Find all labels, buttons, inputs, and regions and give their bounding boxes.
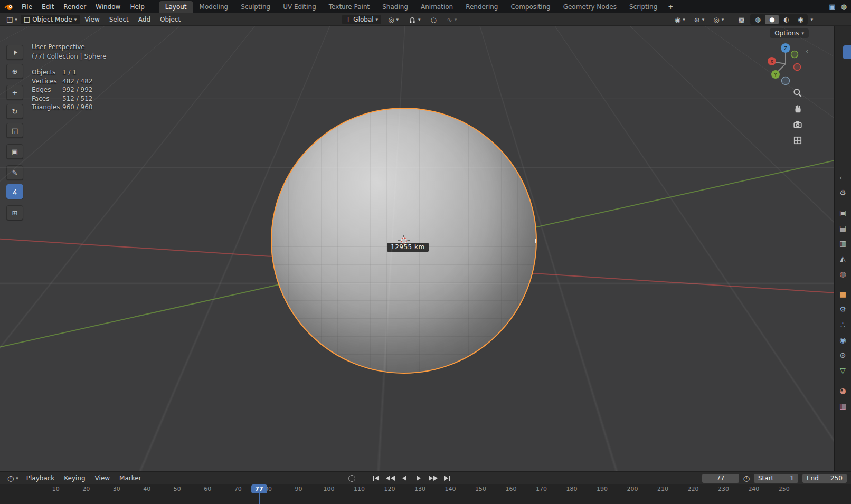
tool-scale[interactable]: ◱: [6, 123, 23, 138]
properties-tab-strip: ‹ ⚙ ▣ ▤ ▥ ◭ ◍ ■ ⚙ ∴ ◉ ⊛: [834, 26, 851, 471]
properties-expand-chevron[interactable]: ‹: [839, 174, 842, 182]
topbar-menu-item[interactable]: Edit: [37, 2, 59, 12]
xray-toggle[interactable]: ▩: [735, 15, 748, 24]
topbar-menu-item[interactable]: File: [17, 2, 37, 12]
3d-viewport[interactable]: 12955 km User Perspective (77) Collectio…: [0, 26, 834, 471]
ruler-frame-label: 100: [314, 486, 344, 492]
end-frame-field[interactable]: End 250: [802, 474, 847, 483]
tool-rotate[interactable]: ↻: [6, 104, 23, 119]
stat-row: Objects 1 / 1: [32, 68, 92, 77]
ruler-frame-label: 10: [41, 486, 71, 492]
props-tab-scene[interactable]: ◭: [840, 254, 846, 263]
workspace-tab[interactable]: UV Editing: [277, 1, 323, 13]
playhead-line[interactable]: [259, 493, 260, 504]
tool-cursor[interactable]: ⊕: [6, 64, 23, 79]
viewport-nav-icons: [793, 88, 802, 145]
props-tab-constraints[interactable]: ⊛: [840, 351, 846, 359]
props-tab-particles[interactable]: ∴: [840, 320, 845, 329]
timeline-menu-item[interactable]: Playback: [22, 473, 60, 483]
object-type-visibility-dropdown[interactable]: ◉ ▾: [672, 15, 688, 24]
scene-icon[interactable]: ▣: [829, 3, 835, 10]
navigation-gizmo[interactable]: Z X Y: [764, 41, 807, 87]
timeline-editor-type-button[interactable]: ◷ ▾: [4, 473, 22, 483]
toolbar: ➤ ⊕ + ↻ ◱ ▣: [6, 45, 22, 220]
props-tab-physics[interactable]: ◉: [839, 336, 846, 344]
props-tab-output[interactable]: ▤: [839, 224, 846, 232]
workspace-tab[interactable]: Animation: [414, 1, 459, 13]
preview-range-icon[interactable]: ◷: [743, 474, 750, 482]
workspace-tab[interactable]: Scripting: [623, 1, 664, 13]
viewport-menu-item[interactable]: View: [80, 14, 104, 25]
workspace-tab[interactable]: Geometry Nodes: [557, 1, 623, 13]
next-keyframe-button[interactable]: [428, 474, 438, 482]
blender-logo-icon[interactable]: [4, 2, 14, 12]
end-label: End: [807, 474, 819, 482]
workspace-tab[interactable]: Sculpting: [234, 1, 277, 13]
workspace-tab[interactable]: Shading: [376, 1, 414, 13]
add-workspace-button[interactable]: +: [664, 2, 677, 12]
props-tab-material[interactable]: ◕: [839, 386, 846, 395]
props-tab-object[interactable]: ■: [839, 290, 846, 298]
props-tab-tool[interactable]: ⚙: [839, 188, 846, 197]
active-editor-indicator[interactable]: [843, 45, 851, 59]
jump-to-end-button[interactable]: [442, 474, 452, 482]
timeline-menu-item[interactable]: View: [90, 473, 115, 483]
auto-keying-toggle[interactable]: [348, 475, 355, 482]
timeline-ruler[interactable]: 1020304050607080901001101201301401501601…: [0, 484, 851, 504]
tool-select-box[interactable]: ➤: [6, 45, 23, 60]
viewport-menu-item[interactable]: Object: [155, 14, 185, 25]
viewport-menu-item[interactable]: Select: [105, 14, 134, 25]
props-tab-world[interactable]: ◍: [839, 270, 846, 278]
orientation-selector[interactable]: ⊥ Global ▾: [342, 15, 381, 24]
tool-annotate[interactable]: ✎: [6, 165, 23, 180]
props-tab-object-data[interactable]: ▽: [840, 366, 846, 375]
topbar-menu-item[interactable]: Help: [125, 2, 149, 12]
proportional-falloff-selector[interactable]: ∿ ▾: [443, 15, 460, 24]
workspace-tab[interactable]: Layout: [159, 1, 193, 13]
view-layer-icon[interactable]: ◍: [841, 3, 847, 10]
ruler-frame-label: 60: [192, 486, 222, 492]
shading-rendered-button[interactable]: ◉: [793, 15, 807, 24]
topbar-menu-item[interactable]: Window: [91, 2, 125, 12]
pivot-point-selector[interactable]: ◎ ▾: [385, 15, 402, 24]
zoom-icon[interactable]: [793, 88, 802, 98]
play-reverse-button[interactable]: [399, 474, 410, 482]
workspace-tab[interactable]: Rendering: [459, 1, 504, 13]
topbar-menu-item[interactable]: Render: [59, 2, 91, 12]
editor-type-button[interactable]: ◳ ▾: [3, 15, 21, 24]
viewport-menu-item[interactable]: Add: [134, 14, 155, 25]
props-tab-render[interactable]: ▣: [839, 208, 846, 217]
tool-measure[interactable]: ∡: [6, 184, 23, 199]
playhead-badge[interactable]: 77: [251, 484, 267, 493]
sidebar-expand-chevron[interactable]: ‹: [806, 47, 808, 55]
start-frame-field[interactable]: Start 1: [754, 474, 798, 483]
gizmos-toggle[interactable]: ⊕ ▾: [691, 15, 707, 24]
workspace-tab[interactable]: Modeling: [193, 1, 235, 13]
shading-solid-button[interactable]: ●: [765, 15, 779, 24]
camera-view-icon[interactable]: [793, 120, 802, 129]
pan-hand-icon[interactable]: [793, 104, 802, 113]
tool-transform[interactable]: ▣: [6, 144, 23, 159]
mode-selector[interactable]: □ Object Mode ▾: [21, 15, 80, 24]
shading-wireframe-button[interactable]: ◍: [751, 15, 764, 24]
prev-keyframe-button[interactable]: [385, 474, 395, 482]
props-tab-modifiers[interactable]: ⚙: [839, 305, 846, 313]
shading-dropdown-chevron[interactable]: ▾: [810, 17, 813, 22]
play-button[interactable]: [413, 474, 424, 482]
orthographic-grid-icon[interactable]: [793, 136, 802, 145]
overlays-toggle[interactable]: ◎ ▾: [710, 15, 727, 24]
props-tab-view-layer[interactable]: ▥: [839, 239, 846, 248]
proportional-editing-toggle[interactable]: ○: [428, 15, 440, 24]
shading-material-button[interactable]: ◐: [779, 15, 793, 24]
timeline-menu-item[interactable]: Marker: [115, 473, 146, 483]
timeline-menu-item[interactable]: Keying: [59, 473, 90, 483]
current-frame-field[interactable]: 77: [702, 474, 739, 483]
props-tab-texture[interactable]: ▦: [839, 402, 846, 410]
options-dropdown[interactable]: Options ▾: [770, 28, 809, 38]
tool-add-cube[interactable]: ⊞: [6, 205, 23, 220]
jump-to-start-button[interactable]: [371, 474, 381, 482]
workspace-tab[interactable]: Texture Paint: [323, 1, 376, 13]
snapping-toggle[interactable]: ▾: [405, 15, 424, 24]
tool-move[interactable]: +: [6, 85, 23, 100]
workspace-tab[interactable]: Compositing: [504, 1, 556, 13]
